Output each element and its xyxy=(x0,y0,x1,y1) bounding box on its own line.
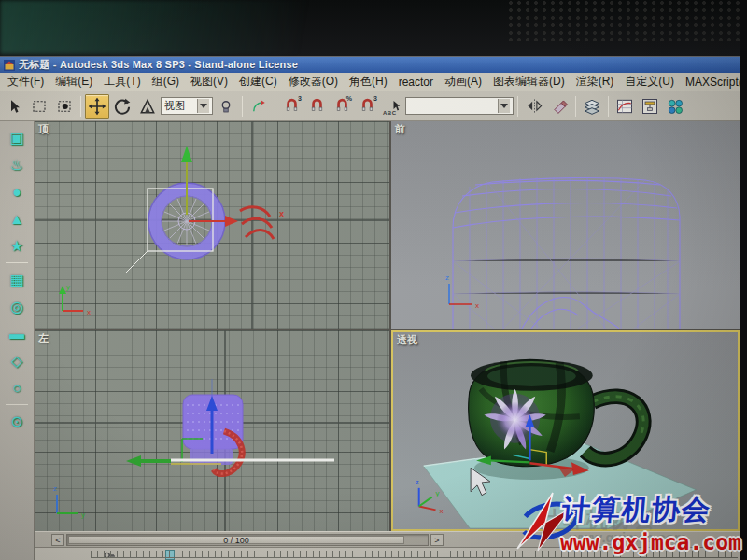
select-and-scale-button[interactable] xyxy=(135,94,160,119)
curve-editor-button[interactable] xyxy=(613,94,637,119)
viewport-front-label[interactable]: 前 xyxy=(395,122,405,136)
toolbar-separator xyxy=(80,96,81,117)
viewport-left-label[interactable]: 左 xyxy=(38,331,49,345)
align-button[interactable] xyxy=(547,94,571,119)
create-cylinder-button[interactable]: ○ xyxy=(4,375,30,400)
boxes-glyph: ▦ xyxy=(9,271,23,288)
y-axis-label: y xyxy=(81,511,85,519)
schematic-view-icon xyxy=(641,97,659,116)
main-toolbar: 视图 3 xyxy=(0,91,740,121)
viewport-and-timeline: 顶 xyxy=(35,121,740,560)
speaker-grille xyxy=(508,0,741,41)
viewport-front[interactable]: 前 xyxy=(391,121,740,329)
abc-label: ABC xyxy=(383,110,397,116)
z-axis-label: z xyxy=(416,478,419,486)
select-and-manipulate-button[interactable] xyxy=(247,94,271,119)
viewport-perspective-label[interactable]: 透视 xyxy=(397,333,417,347)
menu-customize[interactable]: 自定义(U) xyxy=(619,74,680,90)
x-axis-label: x xyxy=(87,308,91,316)
viewport-top-label[interactable]: 顶 xyxy=(38,122,49,136)
z-axis-label: z xyxy=(53,484,57,493)
dropdown-caret-icon xyxy=(498,99,510,113)
menu-character[interactable]: 角色(H) xyxy=(344,74,393,90)
menu-reactor[interactable]: reactor xyxy=(393,76,439,89)
viewport-perspective[interactable]: 透视 xyxy=(391,330,740,531)
create-capsule-button[interactable]: ▬ xyxy=(4,321,30,346)
track-bar[interactable] xyxy=(35,547,740,560)
use-pivot-center-button[interactable] xyxy=(214,94,238,119)
teapot-glyph: ♨ xyxy=(10,156,23,174)
star-glyph: ★ xyxy=(10,237,23,255)
viewport-area: 顶 xyxy=(35,121,740,531)
previous-frame-button[interactable]: < xyxy=(51,534,64,546)
cone-glyph: ▲ xyxy=(9,211,24,228)
create-cone-button[interactable]: ▲ xyxy=(4,206,30,231)
menu-create[interactable]: 创建(C) xyxy=(233,74,283,90)
toolbar-separator xyxy=(575,96,576,117)
toolbar-separator xyxy=(608,96,609,117)
percent-snap-button[interactable]: % xyxy=(330,94,354,119)
select-and-move-button[interactable] xyxy=(85,94,109,119)
marquee-rect-icon xyxy=(31,98,48,115)
angle-snap-button[interactable] xyxy=(304,94,329,119)
menu-edit[interactable]: 编辑(E) xyxy=(49,74,98,90)
menu-bar: 文件(F) 编辑(E) 工具(T) 组(G) 视图(V) 创建(C) 修改器(O… xyxy=(0,73,740,91)
menu-animation[interactable]: 动画(A) xyxy=(439,74,487,90)
menu-graph-editors[interactable]: 图表编辑器(D) xyxy=(487,74,571,90)
window-titlebar[interactable]: 无标题 - Autodesk 3ds Max 8 SP3 - Stand-alo… xyxy=(0,57,740,73)
select-object-button[interactable] xyxy=(2,94,26,119)
menu-file[interactable]: 文件(F) xyxy=(2,74,49,90)
menu-maxscript[interactable]: MAXScript(M) xyxy=(680,76,747,89)
mirror-button[interactable] xyxy=(522,94,546,119)
named-selection-dropdown[interactable] xyxy=(405,97,514,115)
selection-region-button[interactable] xyxy=(27,94,51,119)
snap-toggle-button[interactable]: 3 xyxy=(279,94,303,119)
create-box-button[interactable]: ▣ xyxy=(4,125,30,150)
sidebar-separator xyxy=(6,404,28,405)
menu-tools[interactable]: 工具(T) xyxy=(98,74,146,90)
create-torus-button[interactable]: ◎ xyxy=(4,294,30,319)
scale-icon xyxy=(138,97,157,116)
spinner-snap-button[interactable]: 3 xyxy=(355,94,379,119)
viewport-front-scene: z x xyxy=(391,121,740,329)
schematic-view-button[interactable] xyxy=(638,94,662,119)
layer-manager-button[interactable] xyxy=(580,94,604,119)
window-crossing-button[interactable] xyxy=(52,94,77,119)
snap-mode-label: 3 xyxy=(374,95,377,102)
viewport-perspective-scene: z x y xyxy=(393,332,738,529)
capsule-glyph: ▬ xyxy=(9,326,24,343)
edit-named-selections-button[interactable]: ABC xyxy=(380,94,404,119)
time-slider-row: < 0 / 100 > xyxy=(35,531,740,547)
create-prism-button[interactable]: ◇ xyxy=(4,348,30,373)
tube-glyph: ⊙ xyxy=(10,413,22,430)
x-axis-label: x xyxy=(475,301,479,310)
objects-tab-toolbar: ▣ ♨ ● ▲ ★ ▦ ◎ ▬ ◇ ○ ⊙ xyxy=(0,121,35,560)
select-and-rotate-button[interactable] xyxy=(110,94,134,119)
toolbar-separator xyxy=(275,96,275,117)
next-frame-button[interactable]: > xyxy=(430,534,444,546)
menu-group[interactable]: 组(G) xyxy=(147,74,185,90)
sidebar-separator xyxy=(6,262,28,263)
viewport-left[interactable]: 左 xyxy=(35,330,389,531)
menu-modifiers[interactable]: 修改器(O) xyxy=(283,74,344,90)
toolbar-separator xyxy=(517,96,518,117)
time-slider-handle[interactable]: 0 / 100 xyxy=(68,536,404,544)
magnet-icon xyxy=(308,97,326,115)
create-boxes-button[interactable]: ▦ xyxy=(4,267,30,292)
create-teapot-button[interactable]: ♨ xyxy=(4,152,30,177)
rotate-icon xyxy=(113,97,132,116)
create-star-button[interactable]: ★ xyxy=(4,233,30,259)
viewport-top[interactable]: 顶 xyxy=(35,121,389,329)
material-editor-button[interactable] xyxy=(663,94,687,119)
create-tube-button[interactable]: ⊙ xyxy=(4,409,30,434)
curve-editor-icon xyxy=(615,97,634,116)
reference-coordinate-dropdown[interactable]: 视图 xyxy=(161,97,213,115)
create-sphere-button[interactable]: ● xyxy=(4,179,30,204)
menu-rendering[interactable]: 渲染(R) xyxy=(571,74,620,90)
y-axis-label: y xyxy=(66,283,70,291)
menu-views[interactable]: 视图(V) xyxy=(185,74,233,90)
dropdown-caret-icon xyxy=(197,99,209,113)
track-bar-ticks xyxy=(91,551,738,558)
toolbar-separator xyxy=(242,96,243,117)
time-slider-track[interactable]: 0 / 100 xyxy=(66,534,429,546)
